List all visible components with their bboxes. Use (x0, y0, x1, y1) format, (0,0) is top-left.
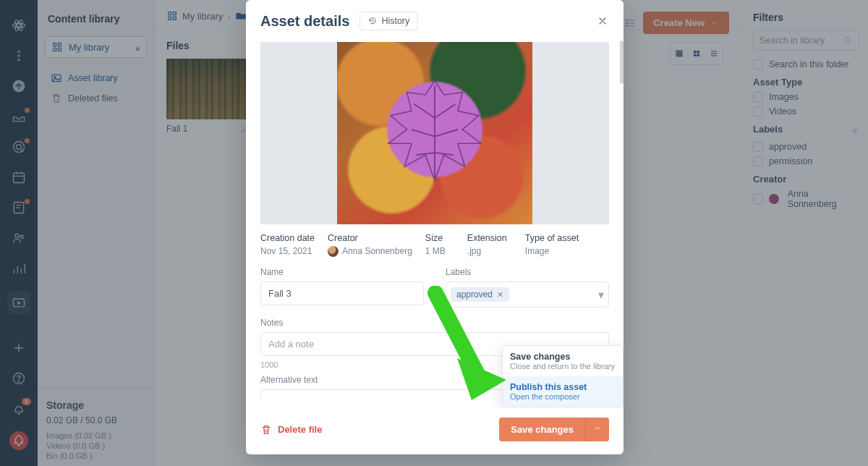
history-button[interactable]: History (359, 12, 418, 30)
dropdown-caret-icon[interactable]: ▾ (598, 288, 604, 302)
meta-creation-value: Nov 15, 2021 (260, 246, 315, 256)
meta-ext-value: .jpg (467, 246, 512, 256)
avatar-icon (328, 246, 339, 257)
asset-meta-row: Creation date Nov 15, 2021 Creator Anna … (260, 224, 609, 260)
save-changes-button[interactable]: Save changes (499, 418, 585, 441)
label-chip-approved[interactable]: approved ✕ (451, 287, 509, 302)
close-button[interactable] (596, 14, 609, 27)
save-dropdown-menu: Save changes Close and return to the lib… (502, 345, 624, 407)
meta-type-label: Type of asset (525, 233, 579, 243)
notes-label: Notes (260, 318, 609, 328)
meta-creation-label: Creation date (260, 233, 315, 243)
remove-chip-icon[interactable]: ✕ (497, 290, 503, 300)
close-icon (597, 15, 608, 27)
history-icon (368, 17, 377, 25)
delete-file-button[interactable]: Delete file (260, 424, 322, 436)
labels-label: Labels (446, 267, 609, 277)
meta-ext-label: Extension (467, 233, 512, 243)
save-dropdown-toggle[interactable] (585, 418, 609, 441)
modal-title: Asset details (260, 13, 349, 30)
menu-publish-asset[interactable]: Publish this asset Open the composer (503, 376, 623, 407)
name-input[interactable] (260, 281, 424, 305)
chevron-up-icon (593, 424, 602, 433)
meta-type-value: Image (525, 246, 579, 256)
labels-input[interactable]: approved ✕ ▾ (446, 281, 609, 308)
menu-save-changes[interactable]: Save changes Close and return to the lib… (503, 346, 623, 376)
name-label: Name (260, 267, 424, 277)
trash-icon (260, 424, 272, 436)
meta-size-label: Size (425, 233, 454, 243)
meta-creator-label: Creator (328, 233, 412, 243)
meta-creator-value: Anna Sonnenberg (342, 246, 412, 256)
meta-size-value: 1 MB (425, 246, 454, 256)
asset-details-modal: Asset details History Creation date (246, 0, 624, 454)
asset-preview (260, 42, 609, 224)
